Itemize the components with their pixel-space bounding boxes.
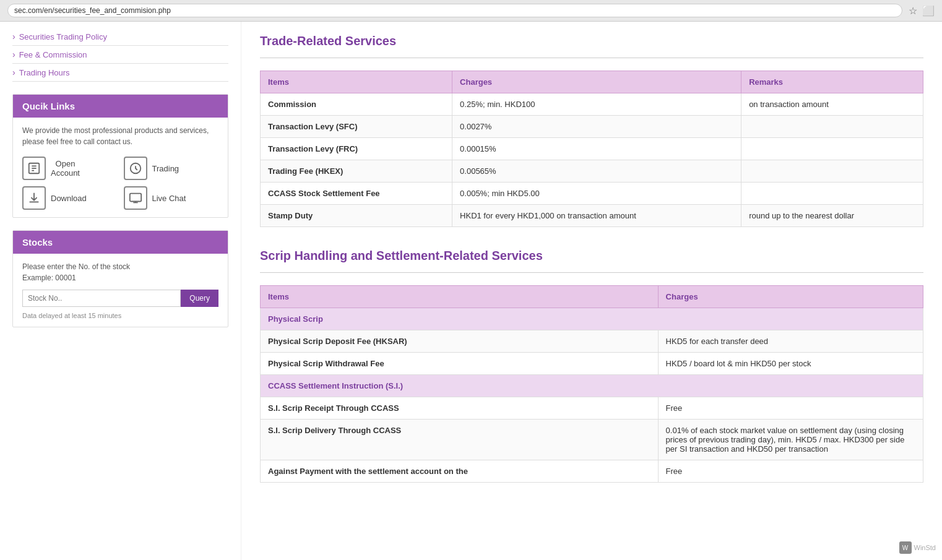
open-account-label: OpenAccount xyxy=(51,159,80,178)
watermark-text: WinStd xyxy=(914,544,936,551)
trade-item-5: Stamp Duty xyxy=(261,205,452,227)
trade-remarks-1 xyxy=(741,116,923,138)
quick-links-body: We provide the most professional product… xyxy=(13,118,228,217)
browser-bar: sec.com/en/securities_fee_and_commision.… xyxy=(0,0,942,22)
download-label: Download xyxy=(51,194,87,203)
trade-charges-5: HKD1 for every HKD1,000 on transaction a… xyxy=(452,205,741,227)
sidebar-nav: Securities Trading Policy Fee & Commissi… xyxy=(12,28,228,82)
query-button[interactable]: Query xyxy=(181,290,218,307)
trade-remarks-2 xyxy=(741,138,923,160)
watermark: W WinStd xyxy=(899,541,936,554)
trade-table-row: Transaction Levy (SFC) 0.0027% xyxy=(261,116,923,138)
data-delay-note: Data delayed at least 15 minutes xyxy=(22,312,218,319)
quick-link-open-account[interactable]: OpenAccount xyxy=(22,157,118,180)
trading-label: Trading xyxy=(152,164,179,173)
main-content: Trade-Related Services Items Charges Rem… xyxy=(241,22,942,560)
trade-charges-2: 0.00015% xyxy=(452,138,741,160)
scrip-item-0-0: Physical Scrip Deposit Fee (HKSAR) xyxy=(261,330,659,353)
scrip-section-divider xyxy=(260,272,923,273)
url-bar[interactable]: sec.com/en/securities_fee_and_commision.… xyxy=(7,4,902,17)
sidebar-item-trading-policy[interactable]: Securities Trading Policy xyxy=(12,28,228,46)
sidebar-item-trading-hours[interactable]: Trading Hours xyxy=(12,64,228,82)
trade-charges-3: 0.00565% xyxy=(452,160,741,183)
quick-links-header: Qucik Links xyxy=(13,95,228,118)
scrip-table-header-row: Items Charges xyxy=(261,286,923,308)
trade-table: Items Charges Remarks Commission 0.25%; … xyxy=(260,71,923,227)
svg-rect-5 xyxy=(129,194,140,202)
trade-charges-4: 0.005%; min HKD5.00 xyxy=(452,183,741,205)
sidebar: Securities Trading Policy Fee & Commissi… xyxy=(0,22,241,560)
trade-item-2: Transaction Levy (FRC) xyxy=(261,138,452,160)
trade-item-1: Transaction Levy (SFC) xyxy=(261,116,452,138)
open-account-icon xyxy=(22,157,46,180)
scrip-charges-1-2: Free xyxy=(658,460,923,483)
quick-links-box: Qucik Links We provide the most professi… xyxy=(12,94,228,218)
trade-remarks-5: round up to the nearest dollar xyxy=(741,205,923,227)
quick-links-grid: OpenAccount Trading xyxy=(22,157,218,210)
trade-table-row: CCASS Stock Settlement Fee 0.005%; min H… xyxy=(261,183,923,205)
watermark-icon: W xyxy=(899,541,912,554)
trade-table-row: Transaction Levy (FRC) 0.00015% xyxy=(261,138,923,160)
scrip-subheader-0: Physical Scrip xyxy=(261,308,923,330)
trade-section-divider xyxy=(260,58,923,58)
live-chat-label: Live Chat xyxy=(152,194,186,203)
quick-links-description: We provide the most professional product… xyxy=(22,125,218,147)
quick-link-download[interactable]: Download xyxy=(22,186,118,210)
trade-table-header-row: Items Charges Remarks xyxy=(261,71,923,93)
browser-icons: ☆ ⬜ xyxy=(909,5,935,17)
scrip-table-row: Against Payment with the settlement acco… xyxy=(261,460,923,483)
scrip-section-title: Scrip Handling and Settlement-Related Se… xyxy=(260,249,923,263)
sidebar-item-label: Trading Hours xyxy=(19,68,70,77)
trade-table-row: Stamp Duty HKD1 for every HKD1,000 on tr… xyxy=(261,205,923,227)
trade-remarks-4 xyxy=(741,183,923,205)
quick-link-trading[interactable]: Trading xyxy=(124,157,219,180)
trade-charges-1: 0.0027% xyxy=(452,116,741,138)
scrip-table-row: S.I. Scrip Receipt Through CCASS Free xyxy=(261,397,923,420)
trade-col-charges: Charges xyxy=(452,71,741,93)
trade-col-remarks: Remarks xyxy=(741,71,923,93)
download-icon xyxy=(22,186,46,210)
scrip-subheader-label-0: Physical Scrip xyxy=(261,308,923,330)
trade-item-4: CCASS Stock Settlement Fee xyxy=(261,183,452,205)
scrip-item-1-2: Against Payment with the settlement acco… xyxy=(261,460,659,483)
trade-section-title: Trade-Related Services xyxy=(260,34,923,48)
quick-link-live-chat[interactable]: Live Chat xyxy=(124,186,219,210)
sidebar-item-fee-commission[interactable]: Fee & Commission xyxy=(12,46,228,64)
scrip-item-0-1: Physical Scrip Withdrawal Fee xyxy=(261,353,659,375)
stocks-box: Stocks Please enter the No. of the stock… xyxy=(12,230,228,327)
scrip-table: Items Charges Physical Scrip Physical Sc… xyxy=(260,285,923,483)
stocks-body: Please enter the No. of the stockExample… xyxy=(13,254,228,327)
sidebar-item-label: Fee & Commission xyxy=(19,50,87,59)
scrip-table-row: S.I. Scrip Delivery Through CCASS 0.01% … xyxy=(261,420,923,460)
trade-charges-0: 0.25%; min. HKD100 xyxy=(452,93,741,116)
trading-icon xyxy=(124,157,147,180)
stocks-description: Please enter the No. of the stockExample… xyxy=(22,261,218,283)
star-icon[interactable]: ☆ xyxy=(909,5,917,17)
sidebar-item-label: Securities Trading Policy xyxy=(19,32,107,41)
trade-item-0: Commission xyxy=(261,93,452,116)
scrip-col-charges: Charges xyxy=(658,286,923,308)
scrip-col-items: Items xyxy=(261,286,659,308)
trade-col-items: Items xyxy=(261,71,452,93)
live-chat-icon xyxy=(124,186,147,210)
scrip-charges-0-1: HKD5 / board lot & min HKD50 per stock xyxy=(658,353,923,375)
trade-item-3: Trading Fee (HKEX) xyxy=(261,160,452,183)
trade-table-row: Trading Fee (HKEX) 0.00565% xyxy=(261,160,923,183)
trade-table-row: Commission 0.25%; min. HKD100 on transac… xyxy=(261,93,923,116)
stocks-input-row: Query xyxy=(22,290,218,307)
trade-remarks-0: on transaction amount xyxy=(741,93,923,116)
stocks-header: Stocks xyxy=(13,231,228,254)
scrip-charges-0-0: HKD5 for each transfer deed xyxy=(658,330,923,353)
trade-remarks-3 xyxy=(741,160,923,183)
stock-number-input[interactable] xyxy=(22,290,181,307)
scrip-subheader-1: CCASS Settlement Instruction (S.I.) xyxy=(261,375,923,397)
scrip-item-1-0: S.I. Scrip Receipt Through CCASS xyxy=(261,397,659,420)
scrip-table-row: Physical Scrip Deposit Fee (HKSAR) HKD5 … xyxy=(261,330,923,353)
scrip-charges-1-0: Free xyxy=(658,397,923,420)
scrip-subheader-label-1: CCASS Settlement Instruction (S.I.) xyxy=(261,375,923,397)
scrip-table-row: Physical Scrip Withdrawal Fee HKD5 / boa… xyxy=(261,353,923,375)
main-container: Securities Trading Policy Fee & Commissi… xyxy=(0,22,942,560)
scrip-charges-1-1: 0.01% of each stock market value on sett… xyxy=(658,420,923,460)
scrip-item-1-1: S.I. Scrip Delivery Through CCASS xyxy=(261,420,659,460)
window-icon[interactable]: ⬜ xyxy=(922,5,935,17)
